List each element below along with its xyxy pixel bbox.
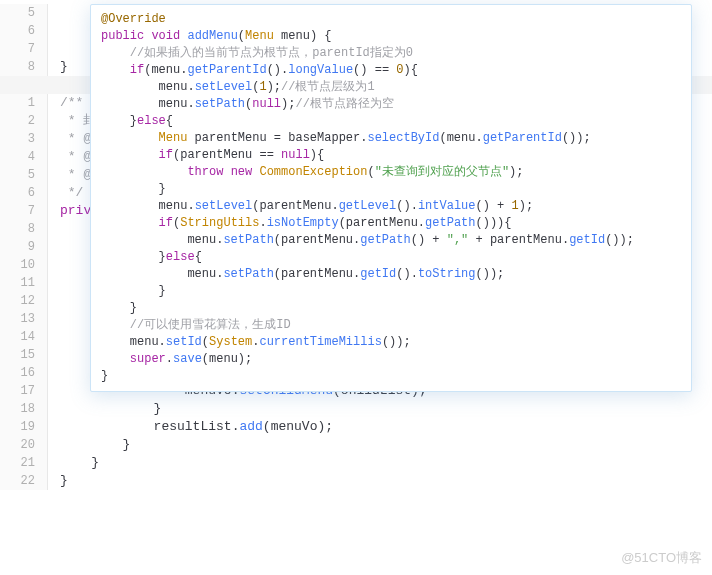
line-number: 3 (0, 130, 48, 148)
popup-code-line: } (101, 300, 681, 317)
code-content[interactable]: } (48, 58, 68, 76)
code-line[interactable]: 19 resultList.add(menuVo); (0, 418, 712, 436)
line-number: 20 (0, 436, 48, 454)
line-number: 5 (0, 4, 48, 22)
popup-code-line: menu.setPath(parentMenu.getPath() + "," … (101, 232, 681, 249)
popup-code-line: //可以使用雪花算法，生成ID (101, 317, 681, 334)
line-number: 22 (0, 472, 48, 490)
code-content[interactable]: * @ (48, 148, 91, 166)
popup-code-line: if(StringUtils.isNotEmpty(parentMenu.get… (101, 215, 681, 232)
popup-code-line: //如果插入的当前节点为根节点，parentId指定为0 (101, 45, 681, 62)
line-number: 16 (0, 364, 48, 382)
code-content[interactable]: } (48, 454, 99, 472)
line-number: 13 (0, 310, 48, 328)
code-content[interactable] (48, 274, 60, 292)
popup-code-line: }else{ (101, 113, 681, 130)
line-number: 15 (0, 346, 48, 364)
popup-code-line: }else{ (101, 249, 681, 266)
line-number: 17 (0, 382, 48, 400)
code-line[interactable]: 22} (0, 472, 712, 490)
line-number: 14 (0, 328, 48, 346)
popup-code-line: if(parentMenu == null){ (101, 147, 681, 164)
line-number: 21 (0, 454, 48, 472)
code-content[interactable] (48, 292, 60, 310)
popup-code-line: menu.setLevel(1);//根节点层级为1 (101, 79, 681, 96)
line-number: 6 (0, 184, 48, 202)
popup-code-line: } (101, 283, 681, 300)
code-content[interactable]: } (48, 472, 68, 490)
code-line[interactable]: 21 } (0, 454, 712, 472)
popup-code-line: menu.setPath(null);//根节点路径为空 (101, 96, 681, 113)
popup-code-line: menu.setId(System.currentTimeMillis()); (101, 334, 681, 351)
code-content[interactable]: */ (48, 184, 83, 202)
code-content[interactable] (48, 238, 60, 256)
line-number: 6 (0, 22, 48, 40)
code-line[interactable]: 20 } (0, 436, 712, 454)
popup-code-line: super.save(menu); (101, 351, 681, 368)
code-content[interactable] (48, 4, 60, 22)
popup-code-line: if(menu.getParentId().longValue() == 0){ (101, 62, 681, 79)
code-content[interactable]: * @ (48, 130, 91, 148)
code-content[interactable] (48, 220, 60, 238)
line-number: 8 (0, 58, 48, 76)
line-number: 8 (0, 220, 48, 238)
code-content[interactable]: } (48, 436, 130, 454)
code-tooltip-popup: @Overridepublic void addMenu(Menu menu) … (90, 4, 692, 392)
code-line[interactable]: 18 } (0, 400, 712, 418)
line-number: 7 (0, 40, 48, 58)
line-number: 9 (0, 238, 48, 256)
code-editor[interactable]: 56 L7 r8} 1/**2 * 封3 * @4 * @5 * @6 */7p… (0, 0, 712, 575)
popup-code-line: public void addMenu(Menu menu) { (101, 28, 681, 45)
code-content[interactable]: * @ (48, 166, 91, 184)
code-content[interactable]: resultList.add(menuVo); (48, 418, 333, 436)
popup-code-line: Menu parentMenu = baseMapper.selectById(… (101, 130, 681, 147)
code-content[interactable]: /** (48, 94, 83, 112)
line-number: 12 (0, 292, 48, 310)
popup-code-line: menu.setLevel(parentMenu.getLevel().intV… (101, 198, 681, 215)
line-number: 1 (0, 94, 48, 112)
line-number: 2 (0, 112, 48, 130)
line-number: 19 (0, 418, 48, 436)
code-content[interactable]: } (48, 400, 161, 418)
line-number: 10 (0, 256, 48, 274)
watermark: @51CTO博客 (621, 549, 702, 567)
popup-code-line: menu.setPath(parentMenu.getId().toString… (101, 266, 681, 283)
line-number: 5 (0, 166, 48, 184)
line-number: 7 (0, 202, 48, 220)
popup-code-line: @Override (101, 11, 681, 28)
line-number: 18 (0, 400, 48, 418)
popup-code-line: throw new CommonException("未查询到对应的父节点"); (101, 164, 681, 181)
code-content[interactable] (48, 256, 60, 274)
line-number: 11 (0, 274, 48, 292)
popup-code-line: } (101, 368, 681, 385)
line-number: 4 (0, 148, 48, 166)
popup-code-line: } (101, 181, 681, 198)
